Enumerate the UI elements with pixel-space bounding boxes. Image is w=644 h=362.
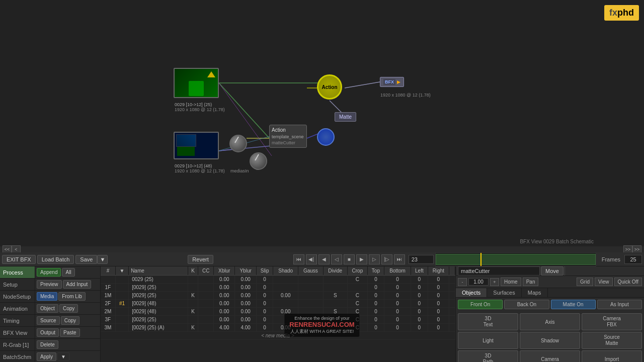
sidebar-arrow-btn[interactable]: ▼ (57, 352, 69, 361)
tab-surfaces[interactable]: Surfaces (487, 288, 521, 297)
right-panel: Move - + Home Pan Grid View Quick Off Ob… (455, 266, 644, 362)
home-btn[interactable]: Home (501, 278, 521, 286)
fx-node[interactable]: BFX ▶ 1920 x 1080 @ 12 (1.78) (380, 77, 404, 87)
node-name-input[interactable] (458, 266, 540, 276)
transport-to-end[interactable]: ⏭ (394, 254, 405, 264)
table-row[interactable]: 3F [0029] (25) 0.000.000 C0000 (101, 316, 455, 324)
transport-prev-frame[interactable]: ◀ (318, 254, 330, 264)
action-box-node[interactable]: Action template_scene matteCutter (269, 125, 307, 148)
sidebar-from-lib-btn[interactable]: From Lib (58, 292, 85, 301)
table-area: # ▼ Name K CC Xblur Yblur Slip Shado Gau… (101, 266, 455, 362)
sidebar-media-btn[interactable]: Media (37, 292, 57, 301)
source-matte-btn[interactable]: SourceMatte (582, 332, 642, 349)
table-row[interactable]: 1F [0029] (25) 0.000.000 0000 (101, 284, 455, 292)
col-crop: Crop (347, 266, 367, 276)
sidebar-object-btn[interactable]: Object (37, 304, 58, 313)
3d-text-btn[interactable]: 3DText (458, 313, 518, 330)
plus-btn[interactable]: + (490, 278, 499, 286)
front-on-btn[interactable]: Front On (458, 300, 503, 309)
node-2-label: 0029 [10->12] (48) 1920 x 1080 @ 12 (1.7… (175, 163, 225, 173)
as-input-btn[interactable]: As Input (597, 300, 642, 309)
save-dropdown[interactable]: ▼ (97, 255, 108, 264)
matte-on-btn[interactable]: Matte On (551, 300, 596, 309)
col-extra (449, 266, 455, 276)
matte-node[interactable]: Matte (335, 112, 356, 122)
grid-btn[interactable]: Grid (577, 278, 593, 286)
knob-1[interactable] (229, 135, 247, 152)
col-yblur: Yblur (235, 266, 256, 276)
node-canvas: 0029 [10->12] (25) 1920 x 1080 @ 12 (1.7… (0, 0, 644, 246)
transport-prev-key[interactable]: ◀| (306, 254, 317, 264)
camera-fbx-btn[interactable]: CameraFBX (582, 313, 642, 330)
node-media-1[interactable]: 0029 [10->12] (25) 1920 x 1080 @ 12 (1.7… (174, 68, 219, 98)
matte-buttons-row: Front On Back On Matte On As Input (456, 298, 644, 311)
view-btn[interactable]: View (595, 278, 613, 286)
table-row[interactable]: 2F#1 [0029] (48) 0.000.000 C0000 (101, 300, 455, 308)
table-row[interactable]: 3M [0029] (25) (A) K 4.004.000 0.00 C000… (101, 324, 455, 332)
quick-off-btn[interactable]: Quick Off (614, 278, 642, 286)
action-circle-node[interactable]: Action (317, 74, 342, 100)
col-cc: CC (198, 266, 214, 276)
sidebar-animation-label: Animation (0, 303, 35, 314)
sidebar-paste-btn[interactable]: Paste (60, 328, 80, 337)
bottom-panel: EXIT BFX Load Batch Save ▼ Revert ⏮ ◀| ◀… (0, 252, 644, 362)
transport-to-start[interactable]: ⏮ (293, 254, 304, 264)
camera-btn[interactable]: Camera (520, 350, 580, 362)
table-row[interactable]: 1M [0029] (25) K 0.000.000 0.00S C0000 (101, 292, 455, 300)
transport-play-rev[interactable]: ◁ (331, 254, 342, 264)
transport-next-key[interactable]: |▷ (381, 254, 392, 264)
sidebar-preview-btn[interactable]: Preview (37, 280, 62, 289)
blue-circle-node[interactable] (317, 128, 335, 146)
sidebar-copy-timing-btn[interactable]: Copy (61, 316, 79, 325)
sidebar-append-btn[interactable]: Append (37, 268, 61, 277)
sidebar-apply-btn[interactable]: Apply (37, 352, 56, 361)
sidebar-all-btn[interactable]: All (62, 268, 74, 277)
tab-maps[interactable]: Maps (522, 288, 548, 297)
minus-btn[interactable]: - (458, 278, 467, 286)
col-flag: ▼ (115, 266, 128, 276)
tab-objects[interactable]: Objects (456, 288, 487, 297)
3d-path-btn[interactable]: 3DPath (458, 350, 518, 362)
col-shado: Shado (273, 266, 298, 276)
sidebar-output-btn[interactable]: Output (37, 328, 59, 337)
timeline-position[interactable] (409, 255, 434, 264)
sidebar-delete-btn[interactable]: Delete (37, 340, 58, 349)
sidebar-setup: Setup Preview Add Input (0, 279, 100, 291)
back-on-btn[interactable]: Back On (504, 300, 549, 309)
new-media-row[interactable]: < new media > (101, 332, 455, 340)
canvas-connections (0, 0, 644, 246)
sidebar-copy-anim-btn[interactable]: Copy (59, 304, 78, 313)
grid-controls: - + Home Pan Grid View Quick Off (456, 276, 644, 288)
right-toolbar: Move (456, 266, 644, 276)
knob-2[interactable] (250, 152, 267, 170)
load-batch-button[interactable]: Load Batch (37, 255, 74, 264)
pan-btn[interactable]: Pan (523, 278, 539, 286)
col-num: # (101, 266, 115, 276)
save-button[interactable]: Save (75, 255, 97, 264)
move-button[interactable]: Move (541, 266, 564, 276)
sidebar-rgrab: R-Grab [1] Delete (0, 339, 100, 351)
sidebar-source-btn[interactable]: Source (37, 316, 60, 325)
import-btn[interactable]: Import (582, 350, 642, 362)
sidebar-process: Process Append All (0, 266, 100, 279)
revert-button[interactable]: Revert (188, 255, 213, 264)
bfx-view-label: BFX View 0029 Batch Schematic (520, 239, 594, 244)
svg-line-6 (330, 101, 342, 113)
sidebar-add-input-btn[interactable]: Add Input (63, 280, 92, 289)
table-row[interactable]: 0029 (25) 0.000.000 C0000 (101, 276, 455, 284)
exit-bfx-button[interactable]: EXIT BFX (2, 255, 36, 264)
top-scrollbar: << < >> >> (0, 246, 644, 252)
node-media-2[interactable]: 0029 [10->12] (48) 1920 x 1080 @ 12 (1.7… (174, 132, 219, 159)
light-btn[interactable]: Light (458, 332, 518, 349)
col-name: Name (129, 266, 188, 276)
shadow-btn[interactable]: Shadow (520, 332, 580, 349)
transport-stop[interactable]: ■ (344, 254, 355, 264)
medias-in-label: mediasIn (230, 168, 249, 173)
table-row[interactable]: 2M [0029] (48) K 0.000.000 0.00S C0000 (101, 308, 455, 316)
transport-play[interactable]: ▶ (356, 254, 367, 264)
grid-value-input[interactable] (468, 278, 489, 286)
sidebar-bfxview-label: BFX View (0, 327, 35, 338)
col-gauss: Gauss (298, 266, 324, 276)
axis-btn[interactable]: Axis (520, 313, 580, 330)
transport-next-frame[interactable]: ▷ (369, 254, 380, 264)
